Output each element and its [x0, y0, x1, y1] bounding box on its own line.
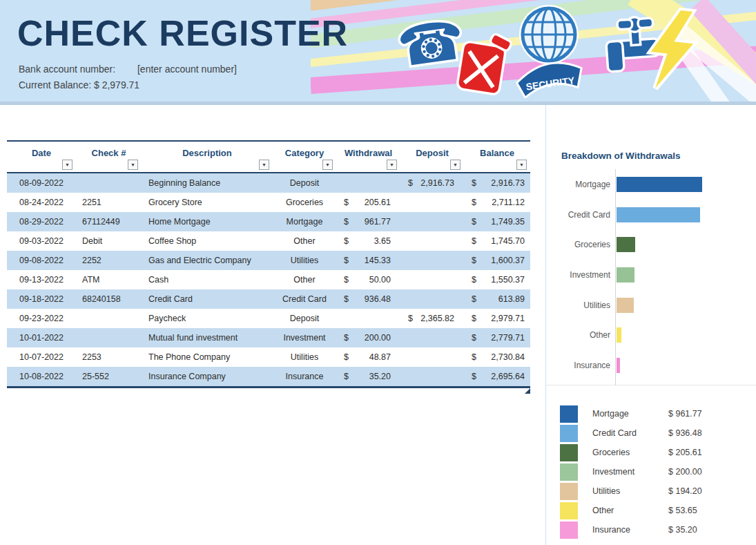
legend-row: Other$ 53.65 [560, 501, 746, 520]
column-header-date: Date▼ [7, 142, 76, 172]
date-cell[interactable]: 09-23-2022 [7, 314, 76, 323]
filter-dropdown-button[interactable]: ▼ [450, 160, 461, 170]
description-cell[interactable]: Beginning Balance [142, 178, 273, 188]
table-header-row: Date▼Check #▼Description▼Category▼Withdr… [7, 140, 530, 173]
currency-symbol: $ [472, 294, 476, 304]
check-number-cell[interactable]: 2253 [76, 352, 142, 362]
check-number-cell[interactable]: 2251 [76, 198, 142, 207]
date-cell[interactable]: 10-08-2022 [7, 372, 76, 381]
filter-dropdown-button[interactable]: ▼ [259, 160, 269, 170]
category-cell[interactable]: Deposit [273, 178, 336, 188]
date-cell[interactable]: 08-24-2022 [7, 198, 76, 207]
currency-symbol: $ [472, 178, 476, 188]
amount: 50.00 [369, 275, 391, 285]
amount: 2,365.82 [420, 314, 454, 323]
check-number-cell[interactable]: Debit [76, 236, 142, 246]
legend-row: Groceries$ 205.61 [560, 443, 746, 462]
legend-swatch [560, 502, 578, 519]
legend-swatch [560, 425, 578, 442]
category-cell[interactable]: Other [273, 236, 336, 246]
date-cell[interactable]: 08-29-2022 [7, 217, 76, 227]
withdrawal-cell[interactable]: $205.61 [336, 198, 400, 207]
check-number-cell[interactable]: 25-552 [76, 372, 142, 381]
date-cell[interactable]: 09-03-2022 [7, 236, 76, 246]
date-cell[interactable]: 08-09-2022 [7, 178, 76, 188]
filter-dropdown-button[interactable]: ▼ [322, 160, 333, 170]
legend-label: Utilities [592, 486, 668, 496]
description-cell[interactable]: Coffee Shop [142, 236, 273, 246]
legend-value: $ 194.20 [668, 486, 702, 496]
balance-cell[interactable]: $2,730.84 [464, 352, 530, 362]
currency-symbol: $ [472, 256, 476, 265]
column-header-label: Deposit [400, 148, 464, 158]
balance-cell[interactable]: $1,749.35 [464, 217, 530, 227]
description-cell[interactable]: Paycheck [142, 314, 273, 323]
table-row: 08-24-20222251Grocery StoreGroceries$205… [7, 193, 530, 212]
withdrawal-cell[interactable]: $200.00 [336, 333, 400, 343]
balance-cell[interactable]: $2,916.73 [464, 178, 530, 188]
withdrawal-cell[interactable]: $35.20 [336, 372, 400, 381]
balance-cell[interactable]: $2,695.64 [464, 372, 530, 381]
description-cell[interactable]: Gas and Electric Company [142, 256, 273, 265]
withdrawal-cell[interactable]: $50.00 [336, 275, 400, 285]
bar-other [617, 327, 621, 343]
check-number-cell[interactable]: ATM [76, 275, 142, 285]
category-cell[interactable]: Mortgage [273, 217, 336, 227]
filter-dropdown-button[interactable]: ▼ [62, 160, 72, 170]
category-cell[interactable]: Groceries [273, 198, 336, 207]
category-cell[interactable]: Other [273, 275, 336, 285]
category-cell[interactable]: Insurance [273, 372, 336, 381]
date-cell[interactable]: 10-07-2022 [7, 352, 76, 362]
bar-row: Groceries [561, 229, 727, 260]
date-cell[interactable]: 09-08-2022 [7, 256, 76, 265]
balance-cell[interactable]: $2,711.12 [464, 198, 530, 207]
withdrawal-cell[interactable]: $936.48 [336, 294, 400, 304]
column-header-category: Category▼ [273, 142, 336, 172]
description-cell[interactable]: Grocery Store [142, 198, 273, 207]
date-cell[interactable]: 09-13-2022 [7, 275, 76, 285]
balance-cell[interactable]: $1,745.70 [464, 236, 530, 246]
amount: 2,916.73 [491, 178, 525, 188]
category-cell[interactable]: Investment [273, 333, 336, 343]
deposit-cell[interactable]: $2,365.82 [400, 314, 464, 323]
date-cell[interactable]: 10-01-2022 [7, 333, 76, 343]
category-cell[interactable]: Credit Card [273, 294, 336, 304]
withdrawal-cell[interactable]: $3.65 [336, 236, 400, 246]
deposit-cell[interactable]: $2,916.73 [400, 178, 464, 188]
check-number-cell[interactable]: 2252 [76, 256, 142, 265]
table-resize-handle[interactable] [525, 388, 530, 394]
filter-dropdown-button[interactable]: ▼ [516, 160, 527, 170]
withdrawal-cell[interactable]: $961.77 [336, 217, 400, 227]
filter-dropdown-button[interactable]: ▼ [128, 160, 138, 170]
legend-value: $ 205.61 [668, 448, 702, 457]
balance-cell[interactable]: $1,550.37 [464, 275, 530, 285]
category-cell[interactable]: Utilities [273, 352, 336, 362]
amount: 2,979.71 [491, 314, 525, 323]
withdrawal-cell[interactable]: $145.33 [336, 256, 400, 265]
check-number-cell[interactable]: 68240158 [76, 294, 142, 304]
category-cell[interactable]: Deposit [273, 314, 336, 323]
bar-track [615, 260, 634, 290]
bar-category-label: Credit Card [561, 210, 610, 220]
bar-category-label: Other [561, 330, 610, 340]
description-cell[interactable]: Mutual fund investment [142, 333, 273, 343]
description-cell[interactable]: Cash [142, 275, 273, 285]
bar-track [615, 200, 700, 230]
description-cell[interactable]: The Phone Company [142, 352, 273, 362]
category-cell[interactable]: Utilities [273, 256, 336, 265]
date-cell[interactable]: 09-18-2022 [7, 294, 76, 304]
column-header-label: Check # [76, 148, 142, 158]
description-cell[interactable]: Insurance Company [142, 372, 273, 381]
check-number-cell[interactable]: 67112449 [76, 217, 142, 227]
balance-cell[interactable]: $1,600.37 [464, 256, 530, 265]
balance-cell[interactable]: $2,979.71 [464, 314, 530, 323]
withdrawal-cell[interactable]: $48.87 [336, 352, 400, 362]
column-header-label: Category [273, 148, 336, 158]
description-cell[interactable]: Credit Card [142, 294, 273, 304]
account-number-field[interactable]: [enter account number] [137, 64, 237, 75]
filter-dropdown-button[interactable]: ▼ [387, 160, 397, 170]
balance-cell[interactable]: $2,779.71 [464, 333, 530, 343]
table-row: 08-09-2022Beginning BalanceDeposit$2,916… [7, 173, 530, 193]
balance-cell[interactable]: $613.89 [464, 294, 530, 304]
description-cell[interactable]: Home Mortgage [142, 217, 273, 227]
